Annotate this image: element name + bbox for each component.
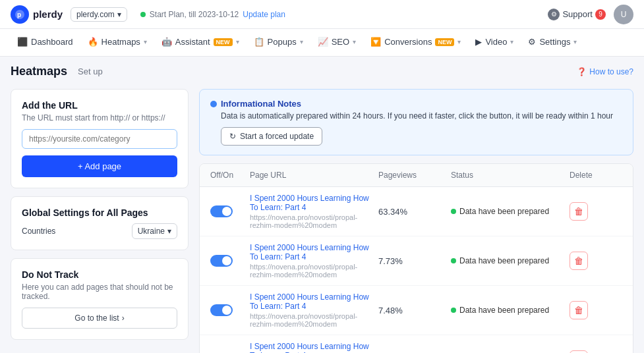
- global-settings-card: Global Settings for All Pages Countries …: [11, 196, 189, 250]
- status-text-2: Data have been prepared: [459, 256, 549, 265]
- main-content: Add the URL The URL must start from http…: [0, 78, 644, 353]
- status-dot-green-icon: [451, 258, 456, 263]
- update-plan-link[interactable]: Update plan: [243, 10, 285, 19]
- do-not-track-card: Do Not Track Here you can add pages that…: [11, 258, 189, 340]
- nav-popups-label: Popups: [268, 37, 297, 47]
- settings-chevron-icon: ▾: [573, 38, 577, 45]
- force-button-label: Start a forced update: [240, 132, 314, 141]
- conversions-icon: 🔽: [370, 37, 381, 47]
- status-dot-green-icon: [451, 308, 456, 313]
- nav-conversions-label: Conversions: [384, 37, 432, 47]
- seo-chevron-icon: ▾: [353, 38, 356, 45]
- table-header: Off/On Page URL Pageviews Status Delete: [200, 164, 633, 187]
- status-text-3: Data have been prepared: [459, 306, 549, 315]
- status-cell-2: Data have been prepared: [451, 256, 570, 265]
- col-header-url: Page URL: [250, 171, 378, 180]
- page-info-4: I Spent 2000 Hours Learning How To Learn…: [250, 342, 378, 353]
- domain-label: plerdy.com: [76, 10, 115, 19]
- heatmaps-table: Off/On Page URL Pageviews Status Delete …: [199, 163, 633, 353]
- nav-item-dashboard[interactable]: ⬛ Dashboard: [11, 29, 80, 57]
- topbar: p plerdy plerdy.com ▾ Start Plan, till 2…: [0, 0, 644, 29]
- country-value: Ukraine: [138, 227, 165, 236]
- table-row: I Spent 2000 Hours Learning How To Learn…: [200, 236, 633, 286]
- video-chevron-icon: ▾: [510, 38, 513, 45]
- nav-item-heatmaps[interactable]: 🔥 Heatmaps ▾: [81, 29, 154, 57]
- row-toggle-2[interactable]: [210, 255, 233, 267]
- assistant-badge: NEW: [214, 38, 233, 46]
- how-to-use-link[interactable]: ❓ How to use?: [577, 67, 633, 76]
- settings-icon: ⚙: [528, 37, 536, 47]
- country-selector[interactable]: Ukraine ▾: [132, 223, 177, 239]
- topbar-right: ⚙ Support 9 U: [548, 5, 633, 24]
- nav-seo-label: SEO: [332, 37, 349, 47]
- main-panel: Informational Notes Data is automaticall…: [199, 89, 633, 353]
- force-refresh-icon: ↻: [229, 132, 236, 141]
- delete-button-1[interactable]: 🗑: [570, 202, 588, 221]
- page-link-2[interactable]: I Spent 2000 Hours Learning How To Learn…: [250, 243, 378, 261]
- page-link-4[interactable]: I Spent 2000 Hours Learning How To Learn…: [250, 342, 378, 353]
- plan-info: Start Plan, till 2023-10-12 Update plan: [140, 10, 285, 19]
- row-toggle-1[interactable]: [210, 205, 233, 217]
- info-title-text: Informational Notes: [221, 99, 301, 109]
- page-link-3[interactable]: I Spent 2000 Hours Learning How To Learn…: [250, 292, 378, 311]
- avatar[interactable]: U: [614, 5, 633, 24]
- countries-label: Countries: [22, 227, 55, 236]
- assistant-chevron-icon: ▾: [236, 38, 239, 45]
- nav-item-assistant[interactable]: 🤖 Assistant NEW ▾: [155, 29, 246, 57]
- logo-icon: p: [11, 5, 29, 24]
- assistant-icon: 🤖: [161, 37, 172, 47]
- table-row: I Spent 2000 Hours Learning How To Learn…: [200, 335, 633, 353]
- nav-heatmaps-label: Heatmaps: [102, 37, 140, 47]
- goto-label: Go to the list: [74, 313, 119, 323]
- nav-assistant-label: Assistant: [175, 37, 210, 47]
- popups-icon: 📋: [254, 37, 264, 47]
- page-header: Heatmaps Set up ❓ How to use?: [0, 57, 644, 78]
- status-text-1: Data have been prepared: [459, 207, 549, 216]
- conversions-chevron-icon: ▾: [457, 38, 461, 45]
- domain-selector[interactable]: plerdy.com ▾: [71, 7, 127, 22]
- popups-chevron-icon: ▾: [300, 38, 303, 45]
- table-row: I Spent 2000 Hours Learning How To Learn…: [200, 187, 633, 236]
- plan-status-dot: [140, 12, 146, 17]
- info-title: Informational Notes: [210, 99, 622, 109]
- page-info-2: I Spent 2000 Hours Learning How To Learn…: [250, 243, 378, 279]
- add-page-button[interactable]: + Add page: [22, 155, 177, 177]
- delete-button-3[interactable]: 🗑: [570, 301, 588, 319]
- avatar-letter: U: [621, 10, 627, 19]
- page-title: Heatmaps: [11, 65, 67, 78]
- svg-text:p: p: [17, 11, 21, 18]
- global-settings-title: Global Settings for All Pages: [22, 207, 177, 218]
- row-toggle-3[interactable]: [210, 304, 233, 316]
- delete-button-4[interactable]: 🗑: [570, 350, 588, 353]
- nav-item-settings[interactable]: ⚙ Settings ▾: [521, 29, 583, 57]
- url-input[interactable]: [22, 129, 177, 149]
- nav-item-video[interactable]: ▶ Video ▾: [469, 29, 520, 57]
- dashboard-icon: ⬛: [17, 37, 28, 47]
- domain-chevron-icon: ▾: [117, 10, 121, 19]
- goto-list-button[interactable]: Go to the list ›: [22, 308, 177, 329]
- page-url-3: https://novena.pro/novosti/propal-rezhim…: [250, 312, 378, 328]
- status-dot-green-icon: [451, 209, 456, 214]
- force-update-button[interactable]: ↻ Start a forced update: [221, 127, 322, 146]
- nav-item-seo[interactable]: 📈 SEO ▾: [311, 29, 363, 57]
- delete-button-2[interactable]: 🗑: [570, 252, 588, 270]
- countries-row: Countries Ukraine ▾: [22, 223, 177, 239]
- support-button[interactable]: ⚙ Support 9: [548, 9, 606, 20]
- col-header-delete: Delete: [570, 171, 622, 180]
- nav-settings-label: Settings: [539, 37, 570, 47]
- heatmaps-icon: 🔥: [88, 37, 98, 47]
- gear-icon: ⚙: [548, 9, 560, 20]
- nav-item-popups[interactable]: 📋 Popups ▾: [247, 29, 310, 57]
- setup-link[interactable]: Set up: [78, 67, 103, 76]
- add-url-card: Add the URL The URL must start from http…: [11, 89, 189, 188]
- pageviews-2: 7.73%: [378, 256, 451, 266]
- heatmaps-chevron-icon: ▾: [144, 38, 147, 45]
- seo-icon: 📈: [318, 37, 328, 47]
- sidebar: Add the URL The URL must start from http…: [11, 89, 189, 353]
- page-link-1[interactable]: I Spent 2000 Hours Learning How To Learn…: [250, 194, 378, 212]
- page-url-1: https://novena.pro/novosti/propal-rezhim…: [250, 213, 378, 229]
- conversions-badge: NEW: [435, 38, 454, 46]
- goto-arrow-icon: ›: [122, 313, 125, 323]
- nav-item-conversions[interactable]: 🔽 Conversions NEW ▾: [364, 29, 467, 57]
- col-header-toggle: Off/On: [210, 171, 250, 180]
